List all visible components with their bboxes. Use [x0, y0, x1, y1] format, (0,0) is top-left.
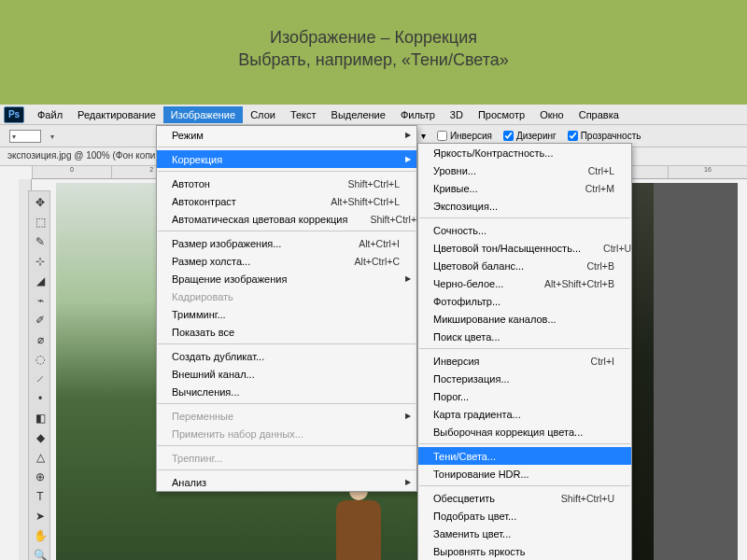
tool-16[interactable]: ➤ — [31, 508, 49, 525]
photo-person — [336, 500, 381, 560]
adjustments-item[interactable]: Цветовой тон/Насыщенность...Ctrl+U — [418, 239, 631, 257]
adjustments-item[interactable]: Цветовой баланс...Ctrl+B — [418, 257, 631, 274]
image-menu-item[interactable]: Создать дубликат... — [157, 347, 416, 365]
app-logo: Ps — [4, 106, 24, 123]
image-menu-item[interactable]: Показать все — [157, 323, 416, 341]
slide-title: Изображение – Коррекция Выбрать, наприме… — [0, 0, 747, 111]
adjustments-item[interactable]: Уровни...Ctrl+L — [418, 161, 631, 179]
image-menu-item[interactable]: Внешний канал... — [157, 365, 416, 383]
menubar-item-выделение[interactable]: Выделение — [324, 106, 393, 123]
adjustments-item[interactable]: ИнверсияCtrl+I — [418, 352, 631, 370]
menubar-item-изображение[interactable]: Изображение — [163, 106, 243, 123]
image-menu-item[interactable]: Режим — [157, 126, 416, 144]
adjustments-item[interactable]: Фотофильтр... — [418, 292, 631, 310]
image-menu-item[interactable]: Анализ — [157, 473, 416, 491]
adjustments-item[interactable]: Тени/Света... — [418, 447, 631, 465]
tool-13[interactable]: △ — [31, 449, 49, 466]
adjustments-submenu: Яркость/Контрастность...Уровни...Ctrl+LК… — [417, 143, 632, 560]
tool-1[interactable]: ⬚ — [31, 214, 49, 231]
image-menu-item: Применить набор данных... — [157, 425, 416, 442]
zoom-dropdown-icon[interactable]: ▾ — [421, 131, 426, 141]
slide-title-line1: Изображение – Коррекция — [0, 26, 747, 49]
tools-panel: ✥⬚✎⊹◢⌁✐⌀◌⟋•◧◆△⊕T➤✋🔍 — [28, 190, 50, 560]
tool-11[interactable]: ◧ — [31, 410, 49, 427]
image-menu-item[interactable]: Тримминг... — [157, 305, 416, 323]
image-menu-item[interactable]: АвтотонShift+Ctrl+L — [157, 175, 416, 192]
adjustments-item[interactable]: Подобрать цвет... — [418, 507, 631, 525]
tool-10[interactable]: • — [31, 390, 49, 407]
adjustments-item[interactable]: Поиск цвета... — [418, 328, 631, 345]
photoshop-window: Ps ФайлРедактированиеИзображениеСлоиТекс… — [0, 105, 747, 560]
menubar: Ps ФайлРедактированиеИзображениеСлоиТекс… — [0, 105, 747, 125]
adjustments-item[interactable]: Кривые...Ctrl+M — [418, 179, 631, 197]
menubar-item-окно[interactable]: Окно — [532, 106, 571, 123]
dithering-checkbox[interactable]: Дизеринг — [503, 131, 557, 141]
adjustments-item[interactable]: Микширование каналов... — [418, 310, 631, 328]
tool-0[interactable]: ✥ — [31, 194, 49, 211]
adjustments-item[interactable]: Сочность... — [418, 221, 631, 239]
tool-18[interactable]: 🔍 — [31, 547, 49, 560]
image-menu-item: Кадрировать — [157, 287, 416, 305]
menubar-item-текст[interactable]: Текст — [283, 106, 324, 123]
menubar-item-3d[interactable]: 3D — [443, 106, 471, 123]
adjustments-item[interactable]: Экспозиция... — [418, 197, 631, 215]
tool-4[interactable]: ◢ — [31, 273, 49, 289]
inverse-checkbox[interactable]: Инверсия — [437, 131, 492, 141]
image-menu-item[interactable]: АвтоконтрастAlt+Shift+Ctrl+L — [157, 192, 416, 210]
image-menu: РежимКоррекцияАвтотонShift+Ctrl+LАвтокон… — [156, 125, 417, 492]
menubar-item-справка[interactable]: Справка — [571, 106, 627, 123]
slide-title-line2: Выбрать, например, «Тени/Света» — [0, 49, 747, 71]
image-menu-item[interactable]: Вращение изображения — [157, 270, 416, 287]
adjustments-item[interactable]: Выровнять яркость — [418, 542, 631, 560]
adjustments-item[interactable]: Черно-белое...Alt+Shift+Ctrl+B — [418, 274, 631, 292]
adjustments-item[interactable]: ОбесцветитьShift+Ctrl+U — [418, 489, 631, 507]
tool-7[interactable]: ⌀ — [31, 331, 49, 348]
image-menu-item[interactable]: Размер изображения...Alt+Ctrl+I — [157, 234, 416, 252]
image-menu-item: Треппинг... — [157, 449, 416, 467]
image-menu-item[interactable]: Автоматическая цветовая коррекцияShift+C… — [157, 210, 416, 228]
menubar-item-фильтр[interactable]: Фильтр — [393, 106, 443, 123]
menubar-item-слои[interactable]: Слои — [243, 106, 283, 123]
tool-9[interactable]: ⟋ — [31, 371, 49, 387]
tool-15[interactable]: T — [31, 488, 49, 505]
image-menu-item: Переменные — [157, 407, 416, 425]
tool-14[interactable]: ⊕ — [31, 469, 49, 485]
tool-12[interactable]: ◆ — [31, 429, 49, 446]
adjustments-item[interactable]: Карта градиента... — [418, 405, 631, 423]
image-menu-item[interactable]: Размер холста...Alt+Ctrl+C — [157, 252, 416, 270]
menubar-item-редактирование[interactable]: Редактирование — [70, 106, 163, 123]
adjustments-item[interactable]: Заменить цвет... — [418, 525, 631, 542]
tool-8[interactable]: ◌ — [31, 351, 49, 368]
tool-17[interactable]: ✋ — [31, 527, 49, 544]
tool-2[interactable]: ✎ — [31, 233, 49, 250]
menubar-item-просмотр[interactable]: Просмотр — [471, 106, 532, 123]
tool-5[interactable]: ⌁ — [31, 292, 49, 309]
transparency-checkbox[interactable]: Прозрачность — [568, 131, 641, 141]
image-menu-item[interactable]: Вычисления... — [157, 383, 416, 400]
adjustments-item[interactable]: Постеризация... — [418, 370, 631, 387]
tool-6[interactable]: ✐ — [31, 312, 49, 329]
adjustments-item[interactable]: Тонирование HDR... — [418, 465, 631, 483]
picker-dropdown-icon[interactable] — [49, 131, 54, 141]
tool-3[interactable]: ⊹ — [31, 253, 49, 270]
menubar-item-файл[interactable]: Файл — [30, 106, 70, 123]
adjustments-item[interactable]: Выборочная коррекция цвета... — [418, 423, 631, 441]
adjustments-item[interactable]: Порог... — [418, 387, 631, 405]
foreground-swatch-dropdown[interactable] — [9, 130, 41, 143]
adjustments-item[interactable]: Яркость/Контрастность... — [418, 144, 631, 161]
image-menu-item[interactable]: Коррекция — [157, 150, 416, 168]
